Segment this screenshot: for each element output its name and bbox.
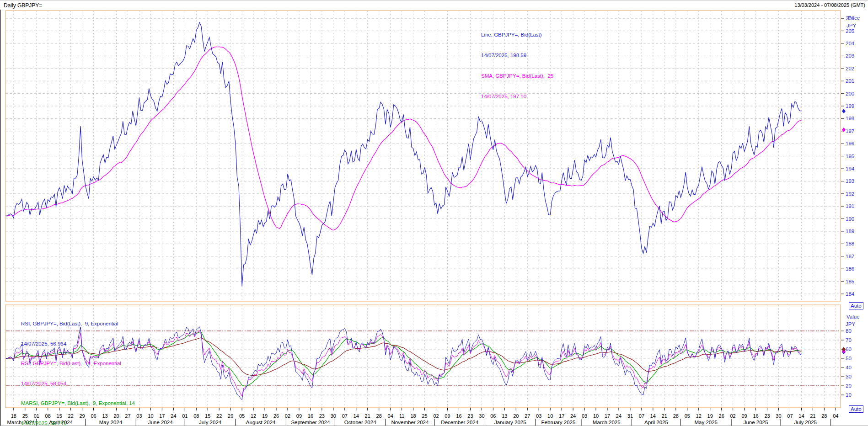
price-tick-label: 204 bbox=[846, 41, 854, 46]
price-tick-label: 187 bbox=[846, 254, 854, 259]
price-axis-auto-button[interactable]: Auto bbox=[849, 302, 863, 309]
price-tick-label: 206 bbox=[846, 16, 854, 21]
x-axis-month-label: August 2024 bbox=[246, 420, 276, 425]
x-axis-day-label: 15 bbox=[205, 413, 210, 419]
price-tick-label: 185 bbox=[846, 279, 854, 284]
price-tick-label: 198 bbox=[846, 116, 854, 121]
price-tick-label: 195 bbox=[846, 154, 854, 159]
value-axis-unit: JPY bbox=[846, 321, 855, 327]
x-axis-day-label: 30 bbox=[331, 413, 336, 419]
x-axis-day-label: 29 bbox=[79, 413, 85, 419]
main-panel-border bbox=[5, 11, 841, 301]
price-axis-unit: JPY bbox=[847, 23, 856, 28]
price-tick-label: 190 bbox=[846, 216, 854, 222]
x-axis-month-label: May 2025 bbox=[695, 420, 718, 425]
x-axis-day-label: 21 bbox=[365, 413, 370, 419]
x-axis-day-label: 12 bbox=[696, 413, 702, 419]
price-tick-label: 184 bbox=[846, 291, 854, 297]
x-axis-day-label: 20 bbox=[513, 413, 519, 419]
x-axis-day-label: 31 bbox=[627, 413, 633, 419]
x-axis-day-label: 04 bbox=[388, 413, 393, 419]
legend-rsi14: RSI, GBPJPY=, Bid(Last), 14, Exponential bbox=[21, 360, 138, 367]
x-axis-day-label: 24 bbox=[616, 413, 622, 419]
price-tick-label: 197 bbox=[846, 128, 854, 134]
x-axis-day-label: 25 bbox=[422, 413, 427, 419]
x-axis-day-label: 07 bbox=[639, 413, 644, 419]
x-axis-day-label: 22 bbox=[68, 413, 74, 419]
legend-rsi9-last-value: 14/07/2025, 56.964 bbox=[21, 341, 138, 347]
main-panel-legend: Line, GBPJPY=, Bid(Last) 14/07/2025, 198… bbox=[481, 18, 553, 114]
x-axis-day-label: 07 bbox=[342, 413, 348, 419]
value-tick-label: 40 bbox=[846, 365, 852, 370]
x-axis-day-label: 21 bbox=[662, 413, 667, 419]
x-axis-month-label: March 2025 bbox=[593, 420, 621, 425]
legend-marsi9: MARSI, GBPJPY=, Bid(Last), 9, Exponentia… bbox=[21, 400, 138, 407]
x-axis-month-label: November 2024 bbox=[391, 420, 429, 425]
price-tick-label: 205 bbox=[846, 28, 854, 34]
x-axis-day-label: 25 bbox=[22, 413, 28, 419]
price-tick-label: 186 bbox=[846, 266, 854, 272]
x-axis-day-label: 26 bbox=[719, 413, 724, 419]
x-axis-month-label: May 2024 bbox=[99, 420, 123, 425]
x-axis-day-label: 07 bbox=[787, 413, 793, 419]
x-axis-day-label: 26 bbox=[273, 413, 279, 419]
x-axis-day-label: 03 bbox=[582, 413, 587, 419]
chart-window: Daily GBPJPY= 13/03/2024 - 07/08/2025 (G… bbox=[0, 0, 868, 426]
x-axis-day-label: 09 bbox=[741, 413, 747, 419]
main-series bbox=[5, 22, 801, 286]
x-axis-day-label: 23 bbox=[319, 413, 325, 419]
x-axis-day-label: 16 bbox=[456, 413, 461, 419]
legend-price-last-value: 14/07/2025, 198.59 bbox=[481, 52, 553, 59]
x-axis-day-label: 11 bbox=[399, 413, 404, 419]
price-tick-label: 200 bbox=[846, 91, 854, 96]
x-axis-day-label: 24 bbox=[570, 413, 576, 419]
x-axis-day-label: 10 bbox=[148, 413, 153, 419]
x-axis-month-label: April 2024 bbox=[49, 420, 73, 425]
x-axis-day-label: 22 bbox=[216, 413, 222, 419]
x-axis-month-label: September 2024 bbox=[291, 420, 330, 425]
x-axis-day-label: 17 bbox=[605, 413, 610, 419]
x-axis-day-label: 03 bbox=[136, 413, 142, 419]
value-tick-label: 50 bbox=[846, 356, 852, 361]
price-last-marker-1 bbox=[842, 128, 846, 132]
value-axis-auto-button[interactable]: Auto bbox=[849, 405, 863, 413]
value-tick-label: 80 bbox=[846, 328, 852, 334]
x-axis-month-label: June 2025 bbox=[744, 420, 768, 425]
axis-ticks bbox=[14, 18, 844, 426]
x-axis-month-label: April 2025 bbox=[644, 420, 668, 425]
x-axis-month-label: June 2024 bbox=[148, 420, 173, 425]
x-axis-day-label: 06 bbox=[490, 413, 496, 419]
x-axis-day-label: 10 bbox=[547, 413, 553, 419]
x-axis-day-label: 12 bbox=[251, 413, 256, 419]
x-axis-day-label: 05 bbox=[685, 413, 690, 419]
price-tick-label: 191 bbox=[846, 203, 854, 209]
x-axis-day-label: 23 bbox=[764, 413, 770, 419]
x-axis-day-label: 13 bbox=[102, 413, 107, 419]
x-axis-day-label: 14 bbox=[354, 413, 359, 419]
x-axis-month-label: January 2025 bbox=[494, 420, 526, 425]
price-tick-label: 203 bbox=[846, 53, 854, 59]
price-tick-label: 196 bbox=[846, 141, 854, 146]
x-axis-day-label: 02 bbox=[433, 413, 439, 419]
x-axis-day-label: 28 bbox=[673, 413, 679, 419]
x-axis-day-label: 18 bbox=[11, 413, 16, 419]
value-tick-label: 60 bbox=[846, 346, 852, 352]
last-value-markers bbox=[842, 109, 846, 354]
x-axis-day-label: 14 bbox=[798, 413, 804, 419]
x-axis-day-label: 29 bbox=[228, 413, 233, 419]
x-axis-day-label: 09 bbox=[296, 413, 302, 419]
sma-line bbox=[5, 47, 801, 230]
x-axis-day-label: 20 bbox=[113, 413, 119, 419]
x-axis-day-label: 27 bbox=[125, 413, 130, 419]
price-tick-label: 199 bbox=[846, 103, 854, 109]
x-axis-day-label: 23 bbox=[467, 413, 473, 419]
x-axis-day-label: 02 bbox=[285, 413, 290, 419]
value-tick-label: 20 bbox=[846, 383, 852, 389]
x-axis-day-label: 28 bbox=[376, 413, 382, 419]
x-axis-month-label: July 2024 bbox=[199, 420, 221, 425]
lower-panel-legend: RSI, GBPJPY=, Bid(Last), 9, Exponential … bbox=[21, 307, 138, 426]
price-last-marker-0 bbox=[842, 109, 846, 113]
x-axis-day-label: 27 bbox=[525, 413, 530, 419]
x-axis-day-label: 14 bbox=[650, 413, 656, 419]
x-axis-day-label: 06 bbox=[91, 413, 96, 419]
